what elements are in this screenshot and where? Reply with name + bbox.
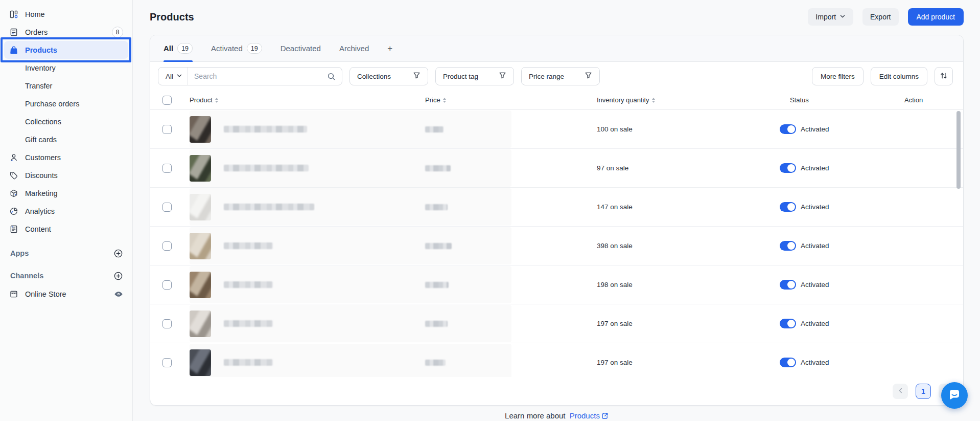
duplicate-copy-icon[interactable] [912, 280, 920, 289]
add-app-icon[interactable] [113, 249, 123, 258]
row-checkbox[interactable] [162, 280, 172, 290]
tab-activated[interactable]: Activated19 [211, 35, 262, 62]
sidebar-item-content[interactable]: Content [4, 220, 128, 238]
status-toggle[interactable] [780, 163, 796, 173]
sidebar-item-label: Purchase orders [25, 100, 79, 108]
product-thumbnail [190, 155, 211, 182]
edit-columns-button[interactable]: Edit columns [871, 67, 927, 85]
sidebar-section-apps: Apps [4, 244, 128, 262]
sidebar-item-home[interactable]: Home [4, 5, 128, 23]
row-checkbox[interactable] [162, 164, 172, 173]
status-toggle[interactable] [780, 280, 796, 290]
preview-eye-icon[interactable] [893, 280, 902, 289]
price-redacted [425, 126, 444, 132]
table-row: 198 on sale Activated [150, 265, 963, 304]
content-icon [9, 225, 18, 234]
current-page-button[interactable]: 1 [916, 384, 931, 399]
column-header-product[interactable]: Product [190, 96, 425, 104]
sidebar-item-purchase-orders[interactable]: Purchase orders [4, 95, 128, 113]
status-toggle[interactable] [780, 241, 796, 251]
main-area: Products Import Export Add product All19… [133, 0, 980, 421]
sidebar-item-transfer[interactable]: Transfer [4, 77, 128, 95]
table-row: 197 on sale Activated [150, 343, 963, 377]
inventory-quantity: 198 on sale [597, 281, 780, 289]
learn-more-text: Learn more about Products [150, 411, 964, 421]
import-button[interactable]: Import [808, 8, 853, 26]
status-toggle[interactable] [780, 358, 796, 367]
sidebar-item-online-store[interactable]: Online Store [4, 285, 128, 303]
duplicate-copy-icon[interactable] [912, 319, 920, 328]
status-label: Activated [801, 242, 829, 250]
search-input[interactable] [188, 72, 327, 80]
sidebar-item-discounts[interactable]: Discounts [4, 166, 128, 184]
view-store-eye-icon[interactable] [114, 290, 123, 299]
preview-eye-icon[interactable] [893, 164, 902, 172]
product-cell[interactable] [190, 116, 425, 143]
row-checkbox[interactable] [162, 241, 172, 251]
duplicate-copy-icon[interactable] [912, 358, 920, 367]
chat-launcher-button[interactable] [941, 382, 968, 409]
filter-chip-price-range[interactable]: Price range [521, 67, 600, 85]
row-checkbox[interactable] [162, 203, 172, 212]
product-cell[interactable] [190, 311, 425, 337]
sidebar-item-gift-cards[interactable]: Gift cards [4, 130, 128, 148]
sort-button[interactable] [935, 67, 953, 85]
export-button[interactable]: Export [862, 8, 898, 26]
product-cell[interactable] [190, 194, 425, 220]
sidebar-item-collections[interactable]: Collections [4, 113, 128, 130]
more-filters-button[interactable]: More filters [812, 67, 864, 85]
product-cell[interactable] [190, 272, 425, 298]
status-toggle[interactable] [780, 319, 796, 328]
duplicate-copy-icon[interactable] [912, 203, 920, 211]
tab-count-badge: 19 [177, 43, 193, 54]
sidebar-item-orders[interactable]: Orders8 [4, 23, 128, 41]
status-toggle[interactable] [780, 124, 796, 134]
product-cell[interactable] [190, 233, 425, 259]
row-checkbox[interactable] [162, 358, 172, 367]
column-header-inventory-quantity[interactable]: Inventory quantity [597, 96, 780, 104]
select-all-checkbox[interactable] [162, 96, 172, 105]
price-cell [425, 360, 597, 366]
prev-page-button[interactable] [893, 384, 908, 399]
add-view-tab[interactable]: + [387, 35, 392, 62]
duplicate-copy-icon[interactable] [912, 241, 920, 250]
row-checkbox[interactable] [162, 319, 172, 328]
sidebar-item-label: Products [25, 46, 57, 54]
add-channel-icon[interactable] [113, 271, 123, 281]
price-redacted [425, 321, 448, 327]
product-cell[interactable] [190, 155, 425, 182]
preview-eye-icon[interactable] [893, 319, 902, 328]
duplicate-copy-icon[interactable] [912, 125, 920, 134]
column-header-price[interactable]: Price [425, 96, 597, 104]
preview-eye-icon[interactable] [893, 203, 902, 211]
row-checkbox[interactable] [162, 125, 172, 134]
add-product-button[interactable]: Add product [908, 8, 964, 26]
duplicate-copy-icon[interactable] [912, 164, 920, 172]
price-cell [425, 204, 597, 210]
preview-eye-icon[interactable] [893, 241, 902, 250]
preview-eye-icon[interactable] [893, 125, 902, 134]
sidebar-item-marketing[interactable]: Marketing [4, 184, 128, 202]
learn-more-products-link[interactable]: Products [570, 411, 609, 420]
page-title: Products [150, 11, 194, 23]
table-scrollbar-thumb[interactable] [956, 111, 961, 189]
sidebar-item-products[interactable]: Products [4, 41, 128, 59]
sidebar-item-customers[interactable]: Customers [4, 148, 128, 166]
tab-all[interactable]: All19 [164, 35, 193, 62]
filter-chip-product-tag[interactable]: Product tag [435, 67, 514, 85]
status-toggle[interactable] [780, 202, 796, 212]
filter-chip-collections[interactable]: Collections [349, 67, 428, 85]
price-cell [425, 126, 597, 132]
sidebar-item-analytics[interactable]: Analytics [4, 202, 128, 220]
price-cell [425, 165, 597, 171]
column-label: Status [790, 96, 809, 104]
tab-deactivated[interactable]: Deactivated [281, 35, 321, 62]
sidebar-item-inventory[interactable]: Inventory [4, 59, 128, 77]
product-cell[interactable] [190, 349, 425, 376]
search-scope-select[interactable]: All [158, 68, 188, 85]
tab-archived[interactable]: Archived [339, 35, 369, 62]
column-label: Product [190, 96, 213, 104]
search-icon [327, 72, 342, 81]
preview-eye-icon[interactable] [893, 358, 902, 367]
action-cell [893, 164, 963, 172]
